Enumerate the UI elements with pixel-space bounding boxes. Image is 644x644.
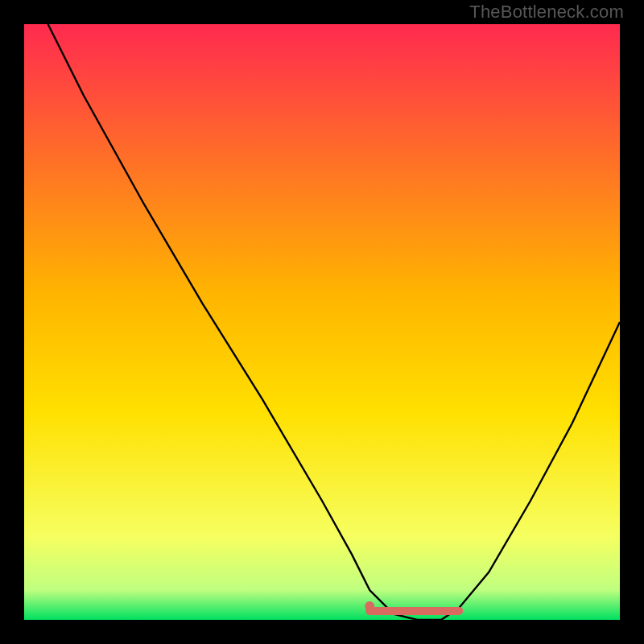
plot-area: [24, 24, 620, 620]
watermark-text: TheBottleneck.com: [469, 2, 624, 23]
chart-svg: [24, 24, 620, 620]
chart-frame: TheBottleneck.com: [0, 0, 644, 644]
gradient-background: [24, 24, 620, 620]
svg-point-1: [365, 601, 374, 611]
